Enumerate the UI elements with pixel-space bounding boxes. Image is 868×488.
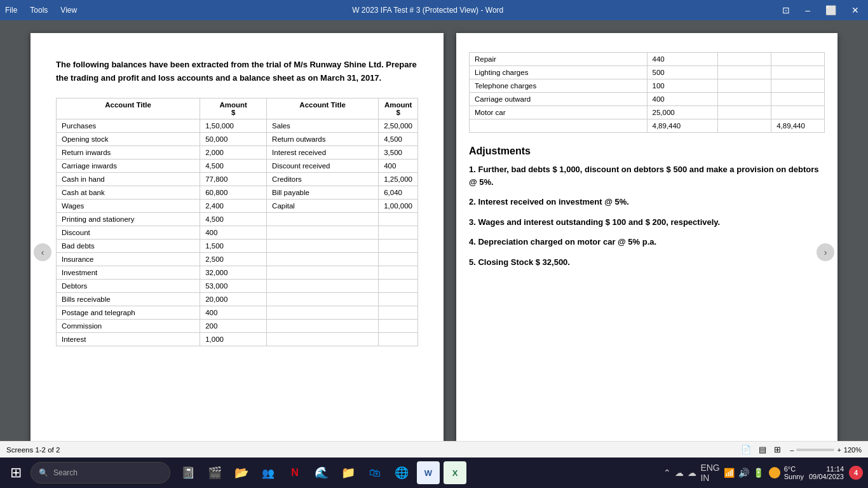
right-amount-1: 4,89,440 xyxy=(647,119,718,133)
titlebar-title: W 2023 IFA Test # 3 (Protected View) - W… xyxy=(77,6,778,15)
view-icons: 📄 ▤ ⊞ xyxy=(738,444,783,456)
taskbar-icon-netflix[interactable]: N xyxy=(283,461,306,484)
adjustment-item: 1. Further, bad debts $ 1,000, discount … xyxy=(469,163,825,188)
right-account-cell xyxy=(267,332,379,346)
right-account-cell xyxy=(267,239,379,252)
minimize-button[interactable]: – xyxy=(801,4,814,17)
left-account-cell: Postage and telegraph xyxy=(57,306,200,319)
right-table-row: Repair 440 xyxy=(470,53,825,66)
cloud-icon[interactable]: ☁ xyxy=(675,468,684,478)
right-amount-1: 25,000 xyxy=(647,106,718,119)
table-row: Cash in hand 77,800 Creditors 1,25,000 xyxy=(57,172,418,186)
menu-tools[interactable]: Tools xyxy=(30,6,48,15)
intro-paragraph: The following balances have been extract… xyxy=(56,58,418,85)
weather-temp: 6°C xyxy=(784,465,804,473)
taskbar-icon-teams[interactable]: 👥 xyxy=(257,461,280,484)
taskbar-app-icons: 📓 🎬 📂 👥 N 🌊 📁 🛍 🌐 W X xyxy=(177,461,466,484)
zoom-slider[interactable] xyxy=(796,449,834,451)
left-account-cell: Purchases xyxy=(57,119,200,132)
right-account-name: Motor car xyxy=(470,106,648,119)
zoom-in-icon[interactable]: + xyxy=(837,446,841,454)
tray-arrow-icon[interactable]: ⌃ xyxy=(663,468,671,478)
taskbar-icon-word[interactable]: W xyxy=(417,461,440,484)
table-row: Postage and telegraph 400 xyxy=(57,306,418,319)
left-account-cell: Insurance xyxy=(57,252,200,266)
restore-button[interactable]: ⊡ xyxy=(778,4,794,17)
left-amount-cell: 50,000 xyxy=(200,132,267,146)
nav-prev-button[interactable]: ‹ xyxy=(34,243,51,261)
table-row: Opening stock 50,000 Return outwards 4,5… xyxy=(57,132,418,146)
nav-next-button[interactable]: › xyxy=(817,243,834,261)
right-account-cell: Sales xyxy=(267,119,379,132)
table-row: Insurance 2,500 xyxy=(57,252,418,266)
table-row: Commission 200 xyxy=(57,319,418,332)
adjustment-item: 4. Depreciation charged on motor car @ 5… xyxy=(469,236,825,248)
right-amount-cell: 1,00,000 xyxy=(379,199,418,212)
right-amount-cell xyxy=(379,279,418,292)
right-amount-cell xyxy=(379,306,418,319)
right-account-name: Telephone charges xyxy=(470,79,648,93)
right-account-cell: Creditors xyxy=(267,172,379,186)
page-count: Screens 1-2 of 2 xyxy=(6,446,60,454)
left-account-cell: Printing and stationery xyxy=(57,212,200,226)
adjustment-item: 2. Interest received on investment @ 5%. xyxy=(469,196,825,208)
left-account-cell: Carriage inwards xyxy=(57,159,200,172)
right-account-cell: Bill payable xyxy=(267,186,379,199)
maximize-button[interactable]: ⬜ xyxy=(822,4,840,17)
left-amount-cell: 60,800 xyxy=(200,186,267,199)
adjustments-section: Adjustments 1. Further, bad debts $ 1,00… xyxy=(469,146,825,268)
right-amount-cell xyxy=(379,319,418,332)
right-account-cell: Discount received xyxy=(267,159,379,172)
right-amount-cell xyxy=(379,332,418,346)
right-amount-3 xyxy=(771,53,825,66)
right-amount-cell: 4,500 xyxy=(379,132,418,146)
taskbar-icon-files[interactable]: 📂 xyxy=(230,461,253,484)
left-amount-cell: 1,000 xyxy=(200,332,267,346)
left-amount-cell: 77,800 xyxy=(200,172,267,186)
start-button[interactable]: ⊞ xyxy=(5,462,27,484)
table-row: Interest 1,000 xyxy=(57,332,418,346)
taskbar-icon-edge[interactable]: 🌊 xyxy=(310,461,333,484)
zoom-out-icon[interactable]: – xyxy=(790,446,794,454)
left-account-cell: Investment xyxy=(57,266,200,279)
right-account-name: Carriage outward xyxy=(470,93,648,106)
taskbar-icon-store[interactable]: 🛍 xyxy=(363,461,386,484)
right-amount-cell: 3,500 xyxy=(379,146,418,159)
system-tray-icons: ⌃ ☁ ☁ ENGIN 📶 🔊 🔋 xyxy=(663,463,763,483)
taskbar-icon-media[interactable]: 🎬 xyxy=(203,461,226,484)
table-row: Cash at bank 60,800 Bill payable 6,040 xyxy=(57,186,418,199)
left-account-cell: Interest xyxy=(57,332,200,346)
right-account-name xyxy=(470,119,648,133)
date: 09/04/2023 xyxy=(809,473,844,480)
onedrive-icon[interactable]: ☁ xyxy=(688,468,696,478)
taskbar-search[interactable]: 🔍 Search xyxy=(31,462,170,484)
taskbar-icon-excel[interactable]: X xyxy=(444,461,466,484)
wifi-icon[interactable]: 📶 xyxy=(724,468,735,478)
read-mode-icon[interactable]: 📄 xyxy=(738,444,754,456)
right-amount-2 xyxy=(718,93,771,106)
menu-file[interactable]: File xyxy=(5,6,17,15)
search-icon: 🔍 xyxy=(39,468,48,477)
right-account-name: Repair xyxy=(470,53,648,66)
adjustment-item: 5. Closing Stock $ 32,500. xyxy=(469,256,825,269)
print-layout-icon[interactable]: ▤ xyxy=(756,444,769,456)
web-layout-icon[interactable]: ⊞ xyxy=(771,444,783,456)
taskbar-icon-folder[interactable]: 📁 xyxy=(337,461,360,484)
notification-badge[interactable]: 4 xyxy=(849,466,863,480)
right-table-row: Motor car 25,000 xyxy=(470,106,825,119)
right-amount-cell xyxy=(379,266,418,279)
close-button[interactable]: ✕ xyxy=(848,4,863,17)
left-account-cell: Bills receivable xyxy=(57,292,200,306)
battery-icon[interactable]: 🔋 xyxy=(753,468,764,478)
right-account-cell: Return outwards xyxy=(267,132,379,146)
taskbar-icon-chrome[interactable]: 🌐 xyxy=(390,461,413,484)
volume-icon[interactable]: 🔊 xyxy=(738,468,749,478)
menu-view[interactable]: View xyxy=(60,6,77,15)
right-amount-cell xyxy=(379,239,418,252)
left-account-cell: Discount xyxy=(57,226,200,239)
taskbar-icon-notebook[interactable]: 📓 xyxy=(177,461,200,484)
right-amount-2 xyxy=(718,119,771,133)
left-amount-cell: 2,400 xyxy=(200,199,267,212)
right-account-cell xyxy=(267,279,379,292)
titlebar-controls: ⊡ – ⬜ ✕ xyxy=(778,4,863,17)
